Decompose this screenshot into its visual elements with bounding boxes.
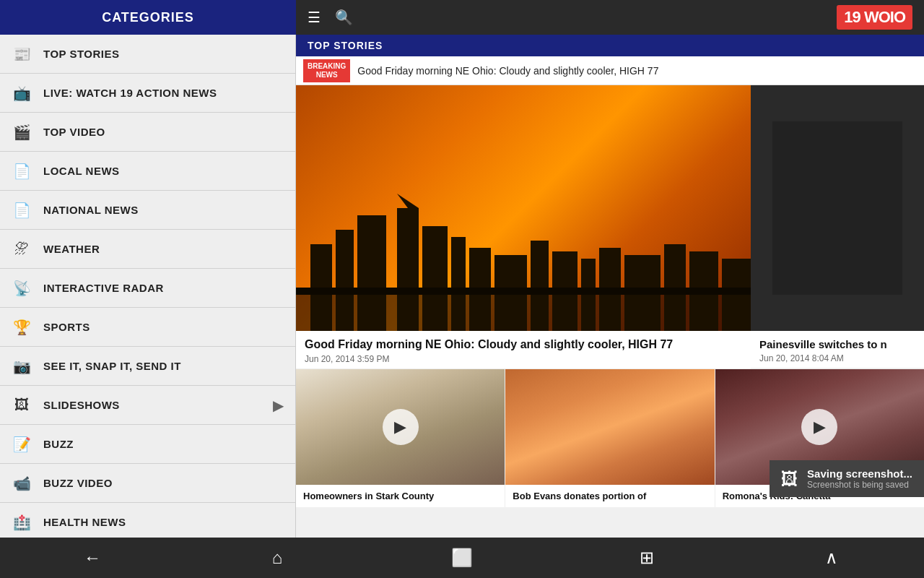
buzz-video-label: BUZZ VIDEO <box>43 477 113 489</box>
top-nav: CATEGORIES ☰ 🔍 19 WOIO <box>0 0 924 35</box>
sports-icon: 🏆 <box>12 319 32 336</box>
sidebar-item-buzz[interactable]: 📝BUZZ <box>0 425 295 464</box>
content-wrapper: TOP STORIES BREAKINGNEWS Good Friday mor… <box>296 35 924 538</box>
second-story[interactable]: Painesville switches to n Jun 20, 2014 8… <box>751 85 924 368</box>
breaking-news-bar[interactable]: BREAKINGNEWS Good Friday morning NE Ohio… <box>296 56 924 85</box>
slideshows-arrow: ▶ <box>273 397 284 414</box>
svg-marker-4 <box>397 194 419 208</box>
top-nav-right: ☰ 🔍 19 WOIO <box>296 0 924 35</box>
menu-icon[interactable]: ☰ <box>308 9 321 26</box>
recent-apps-button[interactable]: ⬜ <box>440 548 484 568</box>
breaking-text: Good Friday morning NE Ohio: Cloudy and … <box>357 65 658 77</box>
play-button-3[interactable]: ▶ <box>801 409 837 445</box>
national-news-label: NATIONAL NEWS <box>43 204 139 216</box>
weather-label: WEATHER <box>43 243 100 255</box>
interactive-radar-label: INTERACTIVE RADAR <box>43 282 164 294</box>
national-news-icon: 📄 <box>12 202 32 219</box>
local-news-icon: 📄 <box>12 163 32 180</box>
top-stories-label: TOP STORIES <box>43 48 120 60</box>
top-video-label: TOP VIDEO <box>43 126 105 138</box>
svg-rect-6 <box>422 226 448 331</box>
second-story-caption: Painesville switches to n Jun 20, 2014 8… <box>751 331 924 368</box>
categories-label: CATEGORIES <box>102 10 194 25</box>
featured-story[interactable]: Good Friday morning NE Ohio: Cloudy and … <box>296 85 751 368</box>
live-watch-icon: 📺 <box>12 85 32 102</box>
sidebar-item-national-news[interactable]: 📄NATIONAL NEWS <box>0 191 295 230</box>
sidebar-item-top-stories[interactable]: 📰TOP STORIES <box>0 35 295 74</box>
bottom-nav: ← ⌂ ⬜ ⊞ ∧ <box>0 538 924 578</box>
svg-rect-20 <box>772 121 902 295</box>
content-header: TOP STORIES <box>296 35 924 56</box>
small-story-2-image <box>505 369 714 485</box>
sidebar-item-local-news[interactable]: 📄LOCAL NEWS <box>0 152 295 191</box>
small-story-1-caption: Homeowners in Stark County <box>296 485 505 507</box>
second-story-date: Jun 20, 2014 8:04 AM <box>759 353 915 363</box>
buzz-label: BUZZ <box>43 438 74 450</box>
sidebar-item-live-watch[interactable]: 📺LIVE: WATCH 19 ACTION NEWS <box>0 74 295 113</box>
slideshows-label: SLIDESHOWS <box>43 399 120 411</box>
sidebar-item-buzz-video[interactable]: 📹BUZZ VIDEO <box>0 464 295 503</box>
top-stories-header-label: TOP STORIES <box>308 40 383 51</box>
small-story-1[interactable]: ▶ Homeowners in Stark County <box>296 369 505 507</box>
small-story-2[interactable]: Bob Evans donates portion of <box>505 369 715 507</box>
weather-icon: ⛈ <box>12 241 32 257</box>
play-button-1[interactable]: ▶ <box>383 409 419 445</box>
sidebar-item-top-video[interactable]: 🎬TOP VIDEO <box>0 113 295 152</box>
categories-header: CATEGORIES <box>0 0 296 35</box>
scan-button[interactable]: ⊞ <box>625 548 668 568</box>
top-stories-icon: 📰 <box>12 46 32 63</box>
see-it-snap-it-label: SEE IT, SNAP IT, SEND IT <box>43 360 181 372</box>
station-logo: 19 WOIO <box>837 5 912 30</box>
live-watch-label: LIVE: WATCH 19 ACTION NEWS <box>43 87 217 99</box>
skyline-svg <box>296 186 751 331</box>
breaking-badge: BREAKINGNEWS <box>303 59 350 82</box>
home-button[interactable]: ⌂ <box>256 548 299 568</box>
sidebar-item-slideshows[interactable]: 🖼SLIDESHOWS▶ <box>0 386 295 425</box>
svg-rect-2 <box>336 230 354 331</box>
second-story-title: Painesville switches to n <box>759 338 915 350</box>
featured-story-image <box>296 85 751 331</box>
sidebar-item-see-it-snap-it[interactable]: 📷SEE IT, SNAP IT, SEND IT <box>0 347 295 386</box>
sidebar-item-sports[interactable]: 🏆SPORTS <box>0 308 295 347</box>
top-video-icon: 🎬 <box>12 124 32 141</box>
nav-icons: ☰ 🔍 <box>308 9 353 26</box>
logo-container: 19 WOIO <box>837 5 912 30</box>
svg-rect-10 <box>531 241 549 331</box>
sidebar-item-interactive-radar[interactable]: 📡INTERACTIVE RADAR <box>0 269 295 308</box>
buzz-icon: 📝 <box>12 436 32 453</box>
toast-icon: 🖼 <box>781 469 798 489</box>
buzz-video-icon: 📹 <box>12 475 32 492</box>
screenshot-toast: 🖼 Saving screenshot... Screenshot is bei… <box>770 460 924 497</box>
health-news-icon: 🏥 <box>12 514 32 531</box>
sports-label: SPORTS <box>43 321 90 333</box>
back-button[interactable]: ← <box>71 548 114 568</box>
toast-text-container: Saving screenshot... Screenshot is being… <box>807 467 912 490</box>
see-it-snap-it-icon: 📷 <box>12 358 32 375</box>
small-story-2-caption: Bob Evans donates portion of <box>505 485 714 507</box>
local-news-label: LOCAL NEWS <box>43 165 120 177</box>
second-story-image <box>751 85 924 331</box>
small-story-1-title: Homeowners in Stark County <box>303 491 497 501</box>
featured-story-caption: Good Friday morning NE Ohio: Cloudy and … <box>296 331 751 368</box>
main-area: 📰TOP STORIES📺LIVE: WATCH 19 ACTION NEWS🎬… <box>0 35 924 538</box>
interactive-radar-icon: 📡 <box>12 280 32 297</box>
small-story-2-title: Bob Evans donates portion of <box>513 491 707 501</box>
small-story-1-image: ▶ <box>296 369 505 485</box>
featured-story-date: Jun 20, 2014 3:59 PM <box>305 354 742 364</box>
chevron-up-button[interactable]: ∧ <box>810 548 853 568</box>
svg-rect-3 <box>357 215 386 331</box>
svg-rect-5 <box>397 208 419 331</box>
sidebar-item-weather[interactable]: ⛈WEATHER <box>0 230 295 269</box>
svg-rect-18 <box>296 288 751 295</box>
second-story-svg <box>751 85 924 331</box>
sidebar: 📰TOP STORIES📺LIVE: WATCH 19 ACTION NEWS🎬… <box>0 35 296 538</box>
toast-main-text: Saving screenshot... <box>807 467 912 480</box>
featured-story-title: Good Friday morning NE Ohio: Cloudy and … <box>305 338 742 351</box>
svg-rect-7 <box>451 237 466 331</box>
toast-sub-text: Screenshot is being saved <box>807 480 912 490</box>
search-icon[interactable]: 🔍 <box>335 9 353 26</box>
sidebar-item-health-news[interactable]: 🏥HEALTH NEWS <box>0 503 295 538</box>
slideshows-icon: 🖼 <box>12 397 32 413</box>
health-news-label: HEALTH NEWS <box>43 516 126 528</box>
